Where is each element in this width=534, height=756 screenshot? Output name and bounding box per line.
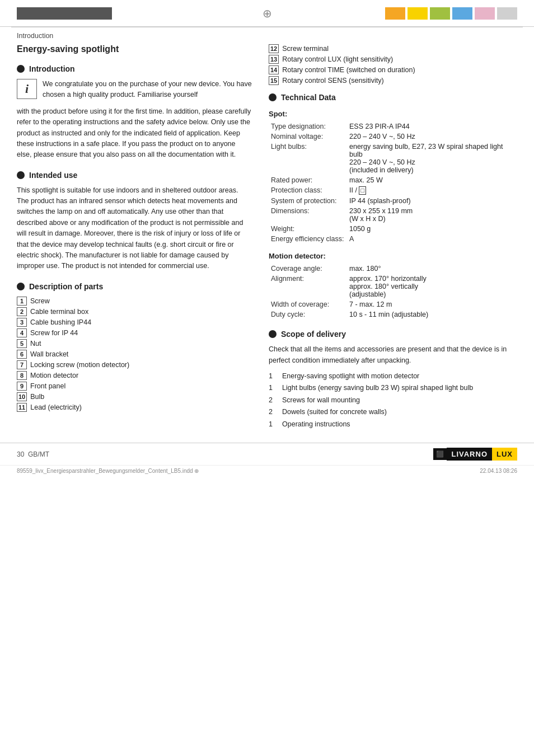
color-block-1	[385, 7, 405, 20]
part-number: 11	[17, 403, 27, 412]
part-number: 10	[17, 392, 27, 401]
parts-list-item: 9Front panel	[17, 382, 252, 391]
delivery-label: Operating instructions	[282, 420, 350, 430]
part-number: 2	[17, 307, 27, 316]
numbered-item: 12Screw terminal	[269, 44, 517, 53]
intro-heading: Introduction	[17, 64, 252, 73]
intended-heading-text: Intended use	[29, 171, 77, 180]
list-item: 1Energy-saving spotlight with motion det…	[269, 372, 517, 382]
delivery-label: Dowels (suited for concrete walls)	[282, 407, 387, 417]
description-heading: Description of parts	[17, 282, 252, 291]
parts-list-item: 6Wall bracket	[17, 350, 252, 359]
item-number: 13	[269, 55, 279, 64]
delivery-list: 1Energy-saving spotlight with motion det…	[269, 372, 517, 430]
print-file-info: 89559_livx_Energiesparstrahler_Bewegungs…	[17, 468, 199, 474]
logo-icon: ⬛	[433, 448, 447, 460]
intro-info-box: i We congratulate you on the purchase of…	[17, 79, 252, 101]
breadcrumb-text: Introduction	[17, 32, 53, 40]
tech-value: A	[347, 234, 517, 244]
technical-heading: Technical Data	[269, 93, 517, 102]
tech-label: Nominal voltage:	[269, 132, 347, 142]
page-number: 30	[17, 450, 24, 458]
intro-heading-text: Introduction	[29, 64, 75, 73]
intro-bullet	[17, 65, 25, 73]
list-item: 1Light bulbs (energy saving bulb 23 W) s…	[269, 383, 517, 393]
tech-label: Dimensions:	[269, 206, 347, 224]
delivery-label: Screws for wall mounting	[282, 396, 360, 406]
part-label: Screw	[30, 297, 50, 305]
footer-bar: 30 GB/MT ⬛ LIVARNO LUX	[0, 443, 534, 465]
breadcrumb: Introduction	[0, 27, 534, 42]
list-item: 1Operating instructions	[269, 420, 517, 430]
tech-label: Width of coverage:	[269, 299, 347, 309]
delivery-label: Energy-saving spotlight with motion dete…	[282, 372, 419, 382]
parts-list-item: 2Cable terminal box	[17, 307, 252, 316]
parts-list-item: 3Cable bushing IP44	[17, 318, 252, 327]
parts-list-item: 1Screw	[17, 297, 252, 306]
part-number: 5	[17, 339, 27, 348]
main-title: Energy-saving spotlight	[17, 44, 252, 54]
table-row: Coverage angle:max. 180°	[269, 264, 517, 274]
description-heading-text: Description of parts	[29, 282, 103, 291]
list-item: 2Screws for wall mounting	[269, 396, 517, 406]
tech-label: Rated power:	[269, 175, 347, 185]
item-number: 12	[269, 44, 279, 53]
parts-list-item: 7Locking screw (motion detector)	[17, 360, 252, 369]
info-icon: i	[17, 79, 37, 99]
item-number: 14	[269, 65, 279, 74]
table-row: Energy efficiency class:A	[269, 234, 517, 244]
item-label: Screw terminal	[282, 45, 329, 53]
parts-list: 1Screw2Cable terminal box3Cable bushing …	[17, 297, 252, 412]
tech-value: max. 25 W	[347, 175, 517, 185]
tech-value: ESS 23 PIR-A IP44	[347, 121, 517, 132]
table-row: Alignment:approx. 170° horizontallyappro…	[269, 274, 517, 299]
tech-value: 1050 g	[347, 224, 517, 234]
part-number: 4	[17, 328, 27, 337]
right-column: 12Screw terminal13Rotary control LUX (li…	[269, 42, 517, 431]
color-block-3	[430, 7, 450, 20]
delivery-qty: 2	[269, 396, 277, 406]
tech-label: System of protection:	[269, 196, 347, 206]
tech-label: Weight:	[269, 224, 347, 234]
numbered-item: 14Rotary control TIME (switched on durat…	[269, 65, 517, 74]
tech-value: max. 180°	[347, 264, 517, 274]
spot-title: Spot:	[269, 110, 517, 118]
part-label: Cable bushing IP44	[30, 318, 91, 326]
parts-list-item: 8Motion detector	[17, 371, 252, 380]
numbered-items-top: 12Screw terminal13Rotary control LUX (li…	[269, 44, 517, 85]
part-number: 1	[17, 297, 27, 306]
footer-page-info: 30 GB/MT	[17, 450, 49, 458]
motion-title: Motion detector:	[269, 252, 517, 260]
part-label: Wall bracket	[30, 350, 68, 358]
numbered-item: 15Rotary control SENS (sensitivity)	[269, 76, 517, 85]
part-label: Lead (electricity)	[30, 403, 82, 411]
motion-table: Coverage angle:max. 180°Alignment:approx…	[269, 264, 517, 320]
header-left-decoration	[17, 7, 112, 20]
print-date: 22.04.13 08:26	[480, 468, 517, 474]
color-block-4	[452, 7, 472, 20]
tech-value: IP 44 (splash-proof)	[347, 196, 517, 206]
intended-body-text: This spotlight is suitable for use indoo…	[17, 185, 252, 272]
table-row: Weight:1050 g	[269, 224, 517, 234]
part-label: Locking screw (motion detector)	[30, 361, 129, 369]
spot-table: Type designation:ESS 23 PIR-A IP44Nomina…	[269, 121, 517, 244]
tech-label: Alignment:	[269, 274, 347, 299]
delivery-label: Light bulbs (energy saving bulb 23 W) sp…	[282, 383, 473, 393]
tech-label: Type designation:	[269, 121, 347, 132]
intended-heading: Intended use	[17, 171, 252, 180]
color-block-5	[475, 7, 495, 20]
table-row: Light bulbs:energy saving bulb, E27, 23 …	[269, 142, 517, 175]
content-area: Energy-saving spotlight Introduction i W…	[0, 42, 534, 431]
item-label: Rotary control SENS (sensitivity)	[282, 77, 383, 84]
delivery-qty: 1	[269, 383, 277, 393]
tech-value: 7 - max. 12 m	[347, 299, 517, 309]
logo-lux-text: LUX	[492, 448, 517, 461]
intended-bullet	[17, 171, 25, 179]
table-row: Protection class:II / □	[269, 185, 517, 196]
part-number: 9	[17, 382, 27, 391]
tech-label: Light bulbs:	[269, 142, 347, 175]
technical-heading-text: Technical Data	[281, 93, 336, 102]
part-label: Cable terminal box	[30, 308, 88, 316]
table-row: Duty cycle:10 s - 11 min (adjustable)	[269, 309, 517, 320]
tech-value: II / □	[347, 185, 517, 196]
